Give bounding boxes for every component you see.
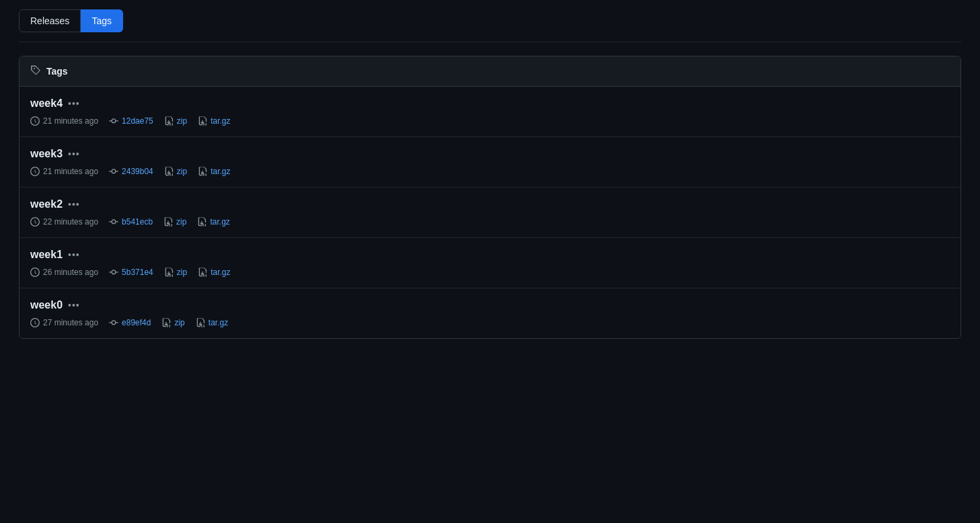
tag-name[interactable]: week3 [30, 148, 63, 160]
commit-icon [109, 217, 118, 227]
targz-icon [198, 167, 207, 176]
tag-targz: tar.gz [198, 268, 230, 277]
tag-zip: zip [161, 318, 184, 327]
commit-icon [109, 268, 118, 277]
zip-link[interactable]: zip [177, 116, 187, 126]
tag-zip: zip [164, 116, 187, 126]
tag-item: week2 ••• 22 minutes ago [20, 188, 960, 238]
zip-link[interactable]: zip [174, 318, 184, 327]
targz-link[interactable]: tar.gz [211, 167, 230, 176]
tag-name-row: week1 ••• [30, 249, 950, 261]
commit-hash[interactable]: e89ef4d [122, 318, 151, 327]
zip-icon [161, 318, 171, 327]
targz-link[interactable]: tar.gz [210, 217, 229, 227]
tag-menu-button[interactable]: ••• [68, 98, 80, 109]
tag-menu-button[interactable]: ••• [68, 199, 80, 210]
main-content: Tags week4 ••• 21 minutes ago [0, 42, 980, 352]
tags-tab[interactable]: Tags [81, 9, 123, 32]
commit-icon [109, 167, 118, 176]
zip-icon [164, 116, 174, 126]
tag-meta-row: 26 minutes ago 5b371e4 [30, 268, 950, 277]
zip-icon [164, 268, 174, 277]
tags-title: Tags [46, 66, 68, 77]
tag-zip: zip [164, 268, 187, 277]
zip-link[interactable]: zip [176, 217, 186, 227]
zip-icon [163, 217, 173, 227]
tag-name[interactable]: week2 [30, 198, 63, 210]
tag-item: week0 ••• 27 minutes ago [20, 288, 960, 338]
targz-icon [198, 116, 207, 126]
tag-time: 22 minutes ago [30, 217, 98, 227]
commit-hash[interactable]: 5b371e4 [122, 268, 153, 277]
clock-icon [30, 318, 40, 327]
tag-time: 26 minutes ago [30, 268, 98, 277]
tag-name-row: week3 ••• [30, 148, 950, 160]
tag-targz: tar.gz [196, 318, 228, 327]
tag-commit: 2439b04 [109, 167, 153, 176]
tag-name-row: week0 ••• [30, 299, 950, 311]
tags-container: Tags week4 ••• 21 minutes ago [19, 56, 961, 339]
tag-time-text: 22 minutes ago [43, 217, 98, 227]
tag-meta-row: 21 minutes ago 2439b04 [30, 167, 950, 176]
tag-time-text: 26 minutes ago [43, 268, 98, 277]
zip-icon [164, 167, 174, 176]
tag-name[interactable]: week1 [30, 249, 63, 261]
tag-time: 21 minutes ago [30, 167, 98, 176]
commit-icon [109, 318, 118, 327]
tag-time-text: 21 minutes ago [43, 116, 98, 126]
tag-name[interactable]: week0 [30, 299, 63, 311]
tag-menu-button[interactable]: ••• [68, 300, 80, 311]
tag-meta-row: 21 minutes ago 12dae75 [30, 116, 950, 126]
tag-commit: 12dae75 [109, 116, 153, 126]
targz-link[interactable]: tar.gz [211, 116, 230, 126]
tag-time-text: 27 minutes ago [43, 318, 98, 327]
tag-targz: tar.gz [198, 167, 230, 176]
tag-zip: zip [164, 167, 187, 176]
tag-meta-row: 22 minutes ago b541ecb [30, 217, 950, 227]
tag-zip: zip [163, 217, 186, 227]
targz-icon [196, 318, 205, 327]
clock-icon [30, 167, 40, 176]
tag-menu-button[interactable]: ••• [68, 249, 80, 260]
clock-icon [30, 116, 40, 126]
tag-name-row: week2 ••• [30, 198, 950, 210]
tag-name-row: week4 ••• [30, 97, 950, 110]
tag-targz: tar.gz [198, 116, 230, 126]
zip-link[interactable]: zip [177, 268, 187, 277]
tag-meta-row: 27 minutes ago e89ef4d [30, 318, 950, 327]
releases-tab[interactable]: Releases [19, 9, 81, 32]
commit-icon [109, 116, 118, 126]
commit-hash[interactable]: 12dae75 [122, 116, 153, 126]
tag-commit: e89ef4d [109, 318, 151, 327]
tag-item: week1 ••• 26 minutes ago [20, 238, 960, 288]
targz-link[interactable]: tar.gz [211, 268, 230, 277]
tag-commit: 5b371e4 [109, 268, 153, 277]
clock-icon [30, 217, 40, 227]
zip-link[interactable]: zip [177, 167, 187, 176]
targz-icon [197, 217, 206, 227]
tag-item: week4 ••• 21 minutes ago [20, 87, 960, 137]
tag-time: 27 minutes ago [30, 318, 98, 327]
tag-time: 21 minutes ago [30, 116, 98, 126]
tag-menu-button[interactable]: ••• [68, 149, 80, 159]
commit-hash[interactable]: b541ecb [122, 217, 153, 227]
tag-commit: b541ecb [109, 217, 153, 227]
tag-item: week3 ••• 21 minutes ago [20, 137, 960, 188]
targz-link[interactable]: tar.gz [209, 318, 228, 327]
tag-time-text: 21 minutes ago [43, 167, 98, 176]
tag-name[interactable]: week4 [30, 97, 63, 110]
tab-bar: Releases Tags [0, 0, 980, 42]
tag-icon [30, 65, 41, 78]
tags-list: week4 ••• 21 minutes ago [20, 87, 960, 338]
tag-targz: tar.gz [197, 217, 229, 227]
clock-icon [30, 268, 40, 277]
targz-icon [198, 268, 207, 277]
commit-hash[interactable]: 2439b04 [122, 167, 153, 176]
tags-header: Tags [20, 56, 960, 87]
